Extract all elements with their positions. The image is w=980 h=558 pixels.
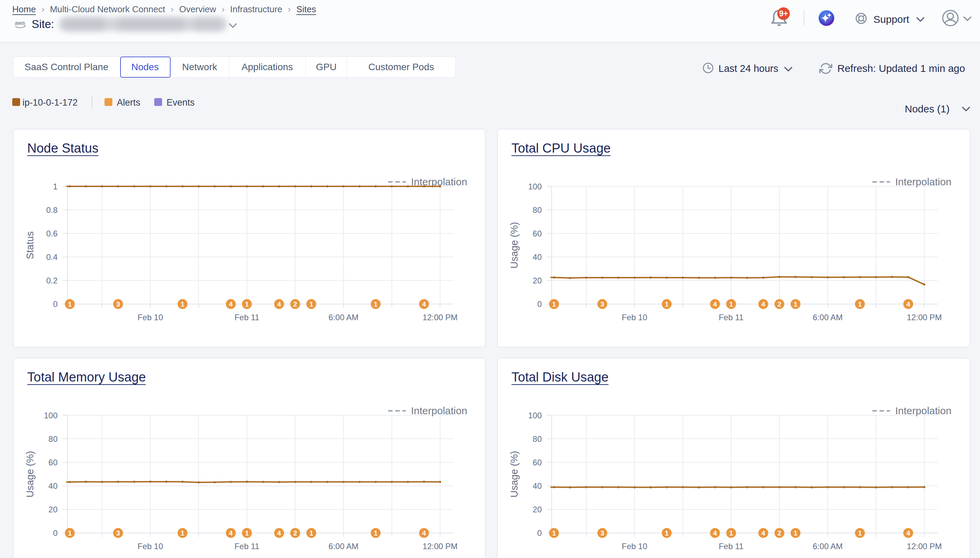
svg-text:4: 4 xyxy=(761,300,766,308)
svg-text:1: 1 xyxy=(68,300,72,308)
svg-text:Interpolation: Interpolation xyxy=(411,405,467,416)
svg-text:40: 40 xyxy=(48,481,57,491)
svg-text:80: 80 xyxy=(533,434,542,443)
svg-text:4: 4 xyxy=(422,529,426,537)
svg-text:60: 60 xyxy=(533,229,542,238)
svg-text:Usage (%): Usage (%) xyxy=(509,222,520,269)
svg-text:1: 1 xyxy=(665,300,668,308)
svg-text:100: 100 xyxy=(528,411,542,420)
svg-text:0.2: 0.2 xyxy=(46,276,57,285)
svg-text:2: 2 xyxy=(777,529,781,537)
svg-text:3: 3 xyxy=(600,300,604,308)
svg-text:1: 1 xyxy=(309,529,313,537)
svg-text:1: 1 xyxy=(794,300,797,308)
svg-text:Usage (%): Usage (%) xyxy=(25,451,35,498)
svg-text:1: 1 xyxy=(180,529,184,537)
svg-text:4: 4 xyxy=(229,300,233,308)
svg-text:1: 1 xyxy=(53,182,57,191)
svg-text:1: 1 xyxy=(374,300,378,308)
svg-text:4: 4 xyxy=(713,529,717,537)
svg-text:1: 1 xyxy=(730,529,733,537)
svg-text:40: 40 xyxy=(533,253,542,262)
svg-text:1: 1 xyxy=(552,300,556,308)
svg-text:40: 40 xyxy=(533,481,542,491)
svg-text:0: 0 xyxy=(53,528,57,538)
svg-text:3: 3 xyxy=(116,300,120,308)
svg-text:2: 2 xyxy=(777,300,781,308)
svg-text:0: 0 xyxy=(537,528,542,538)
svg-text:1: 1 xyxy=(665,529,668,537)
svg-text:1: 1 xyxy=(374,529,378,537)
svg-text:1: 1 xyxy=(858,529,862,537)
svg-text:Feb 11: Feb 11 xyxy=(235,313,260,322)
svg-text:4: 4 xyxy=(277,529,281,537)
svg-text:9+: 9+ xyxy=(779,9,788,18)
svg-text:1: 1 xyxy=(858,300,862,308)
svg-text:Interpolation: Interpolation xyxy=(895,405,951,416)
svg-text:4: 4 xyxy=(906,300,911,308)
svg-text:80: 80 xyxy=(48,434,57,443)
svg-text:Feb 10: Feb 10 xyxy=(137,542,163,551)
svg-text:0.8: 0.8 xyxy=(46,205,57,215)
svg-text:0: 0 xyxy=(53,299,57,309)
svg-text:aws: aws xyxy=(15,20,25,26)
svg-text:Feb 10: Feb 10 xyxy=(137,313,163,322)
svg-text:1: 1 xyxy=(180,300,184,308)
svg-text:6:00 AM: 6:00 AM xyxy=(329,313,358,322)
svg-text:20: 20 xyxy=(533,276,542,285)
svg-text:12:00 PM: 12:00 PM xyxy=(907,313,942,322)
svg-text:Usage (%): Usage (%) xyxy=(509,451,520,498)
svg-text:Interpolation: Interpolation xyxy=(895,176,951,187)
svg-text:Status: Status xyxy=(25,231,35,259)
svg-text:80: 80 xyxy=(533,205,542,215)
svg-text:4: 4 xyxy=(422,300,426,308)
svg-text:20: 20 xyxy=(533,505,542,514)
svg-text:60: 60 xyxy=(533,458,542,467)
svg-text:Feb 10: Feb 10 xyxy=(622,313,647,322)
svg-text:2: 2 xyxy=(293,300,297,308)
svg-text:0: 0 xyxy=(537,299,542,309)
svg-text:4: 4 xyxy=(229,529,233,537)
svg-text:1: 1 xyxy=(552,529,556,537)
svg-text:Feb 11: Feb 11 xyxy=(235,542,260,551)
svg-text:1: 1 xyxy=(68,529,72,537)
svg-text:6:00 AM: 6:00 AM xyxy=(813,313,843,322)
svg-text:Feb 11: Feb 11 xyxy=(719,313,744,322)
svg-text:3: 3 xyxy=(116,529,120,537)
svg-text:60: 60 xyxy=(48,458,57,467)
svg-text:3: 3 xyxy=(600,529,604,537)
svg-text:4: 4 xyxy=(906,529,911,537)
svg-text:4: 4 xyxy=(277,300,281,308)
svg-text:12:00 PM: 12:00 PM xyxy=(422,313,458,322)
svg-text:20: 20 xyxy=(48,505,57,514)
svg-text:1: 1 xyxy=(730,300,733,308)
svg-text:12:00 PM: 12:00 PM xyxy=(907,542,942,551)
svg-text:Feb 11: Feb 11 xyxy=(719,542,744,551)
svg-text:12:00 PM: 12:00 PM xyxy=(422,542,458,551)
svg-text:1: 1 xyxy=(309,300,313,308)
svg-text:100: 100 xyxy=(528,182,542,191)
svg-text:Feb 10: Feb 10 xyxy=(622,542,647,551)
svg-text:2: 2 xyxy=(293,529,297,537)
svg-text:0.4: 0.4 xyxy=(46,253,57,262)
svg-text:6:00 AM: 6:00 AM xyxy=(813,542,843,551)
svg-text:4: 4 xyxy=(761,529,766,537)
svg-text:0.6: 0.6 xyxy=(46,229,57,238)
svg-text:100: 100 xyxy=(44,411,57,420)
svg-text:4: 4 xyxy=(713,300,717,308)
svg-text:1: 1 xyxy=(245,300,249,308)
svg-text:6:00 AM: 6:00 AM xyxy=(329,542,358,551)
svg-text:1: 1 xyxy=(245,529,249,537)
svg-text:1: 1 xyxy=(794,529,797,537)
